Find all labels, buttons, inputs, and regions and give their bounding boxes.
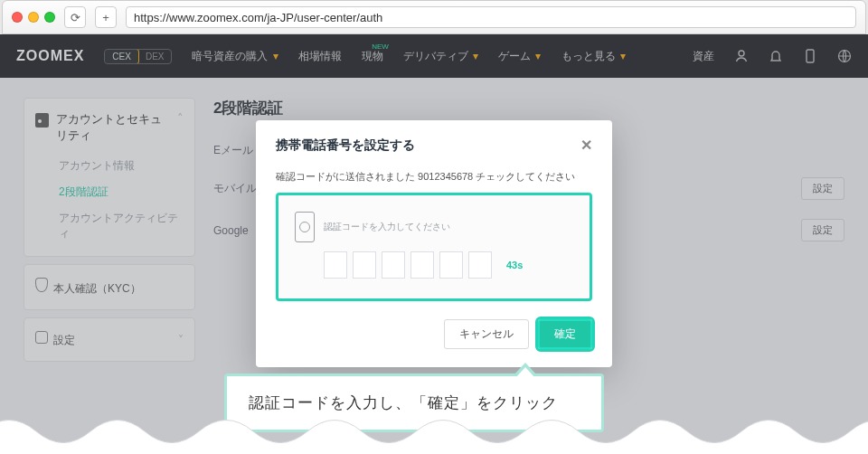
caret-icon: ▾	[618, 50, 626, 62]
nav-more[interactable]: もっと見る ▾	[561, 49, 626, 64]
code-label: 認証コードを入力してください	[324, 221, 450, 233]
caret-icon: ▾	[470, 50, 478, 62]
sidebar: アカウントとセキュリティ ˄ アカウント情報 2段階認証 アカウントアクティビテ…	[24, 98, 195, 434]
set-phone-modal: 携帯電話番号を設定する ✕ 確認コードがに送信されました 9012345678 …	[256, 120, 612, 367]
nav-game[interactable]: ゲーム ▾	[498, 49, 541, 64]
chevron-up-icon[interactable]: ˄	[177, 111, 184, 125]
mobile-icon[interactable]	[803, 49, 817, 63]
phone-code-icon	[295, 212, 315, 242]
maximize-window[interactable]	[44, 12, 55, 23]
sidebar-item-kyc[interactable]: 本人確認（KYC）	[24, 264, 195, 310]
top-nav: ZOOMEX CEX DEX 暗号資産の購入 ▾ 相場情報 現物NEW デリバテ…	[0, 34, 868, 78]
nav-buy-crypto[interactable]: 暗号資産の購入 ▾	[192, 49, 278, 64]
code-box-4[interactable]	[410, 251, 434, 279]
url-text: https://www.zoomex.com/ja-JP/user-center…	[134, 11, 382, 24]
sidebar-item-account-info[interactable]: アカウント情報	[35, 153, 184, 179]
new-badge: NEW	[372, 43, 389, 51]
minimize-window[interactable]	[28, 12, 39, 23]
gear-icon	[35, 331, 48, 344]
browser-chrome: ⟳ + https://www.zoomex.com/ja-JP/user-ce…	[2, 0, 866, 34]
user-icon[interactable]	[734, 49, 749, 63]
close-window[interactable]	[12, 12, 23, 23]
nav-spot[interactable]: 現物NEW	[362, 49, 383, 64]
cancel-button[interactable]: キャンセル	[444, 319, 529, 349]
sidebar-item-settings[interactable]: 設定 ˅	[24, 317, 195, 362]
bottom-wave-decoration	[0, 404, 868, 454]
page-title: 2段階認証	[213, 98, 844, 118]
sidebar-section-security: アカウントとセキュリティ ˄ アカウント情報 2段階認証 アカウントアクティビテ…	[24, 98, 195, 257]
bell-icon[interactable]	[769, 49, 783, 63]
sidebar-item-activity[interactable]: アカウントアクティビティ	[35, 205, 184, 247]
nav-assets[interactable]: 資産	[693, 49, 714, 64]
sidebar-section-title: アカウントとセキュリティ ˄	[35, 111, 184, 144]
url-bar[interactable]: https://www.zoomex.com/ja-JP/user-center…	[126, 6, 856, 28]
globe-icon[interactable]	[837, 49, 852, 63]
app-frame: ZOOMEX CEX DEX 暗号資産の購入 ▾ 相場情報 現物NEW デリバテ…	[0, 34, 868, 454]
logo[interactable]: ZOOMEX	[16, 48, 84, 64]
cex-dex-toggle[interactable]: CEX DEX	[104, 49, 172, 64]
toggle-cex[interactable]: CEX	[104, 49, 139, 64]
id-card-icon	[35, 113, 49, 128]
confirm-button[interactable]: 確定	[538, 319, 592, 349]
code-box-3[interactable]	[382, 251, 405, 279]
caret-icon: ▾	[269, 50, 278, 62]
code-box-5[interactable]	[439, 251, 463, 279]
resend-timer: 43s	[506, 260, 523, 270]
shield-icon	[35, 278, 48, 292]
modal-subtext: 確認コードがに送信されました 9012345678 チェックしてください	[276, 170, 592, 184]
toggle-dex[interactable]: DEX	[138, 50, 172, 63]
nav-derivatives[interactable]: デリバティブ ▾	[403, 49, 478, 64]
row-label: Eメール	[213, 143, 253, 158]
code-box-1[interactable]	[324, 251, 347, 279]
code-inputs: 43s	[324, 251, 573, 279]
code-box-2[interactable]	[353, 251, 376, 279]
reload-button[interactable]: ⟳	[64, 6, 86, 28]
window-controls	[12, 12, 55, 23]
code-box-6[interactable]	[468, 251, 492, 279]
modal-title: 携帯電話番号を設定する	[276, 137, 415, 154]
svg-point-0	[739, 51, 744, 56]
set-google-button[interactable]: 設定	[801, 219, 844, 241]
sidebar-item-2fa[interactable]: 2段階認証	[35, 179, 184, 205]
svg-rect-1	[807, 50, 814, 62]
set-mobile-button[interactable]: 設定	[801, 177, 844, 200]
nav-markets[interactable]: 相場情報	[298, 49, 342, 64]
close-icon[interactable]: ✕	[580, 137, 592, 154]
row-label: Google	[213, 224, 249, 237]
chevron-down-icon: ˅	[178, 334, 184, 346]
caret-icon: ▾	[533, 50, 541, 62]
new-tab-button[interactable]: +	[95, 6, 117, 28]
code-entry-area: 認証コードを入力してください 43s	[276, 193, 592, 301]
row-label: モバイル	[213, 181, 257, 196]
